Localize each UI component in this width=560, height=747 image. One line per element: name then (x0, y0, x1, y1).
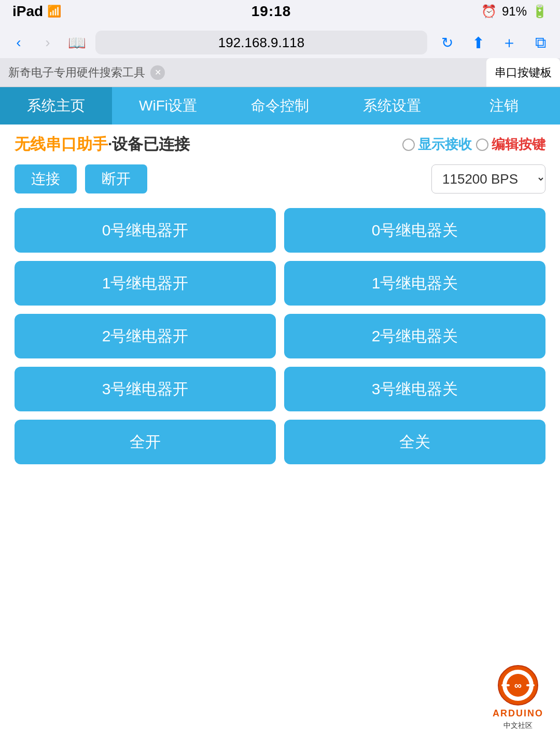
nav-home[interactable]: 系统主页 (0, 87, 112, 125)
browser-toolbar: ‹ › 📖 192.168.9.118 ↻ ⬆ ＋ ⧉ (8, 27, 552, 58)
connected-label: ·设备已连接 (108, 135, 190, 153)
relay-row-2: 2号继电器开 2号继电器关 (15, 314, 545, 358)
wifi-icon: 📶 (47, 5, 61, 18)
tab-serial-keypad[interactable]: 串口按键板 (486, 58, 560, 87)
status-options: 显示接收 编辑按键 (402, 135, 545, 154)
relay-row-0: 0号继电器开 0号继电器关 (15, 208, 545, 253)
alarm-icon: ⏰ (481, 4, 497, 19)
nav-settings[interactable]: 系统设置 (336, 87, 448, 125)
status-bar: iPad 📶 19:18 ⏰ 91% 🔋 (0, 0, 560, 23)
reload-button[interactable]: ↻ (436, 31, 458, 54)
tab-serial-keypad-label: 串口按键板 (495, 65, 552, 80)
arduino-icon-svg: ∞ (497, 665, 539, 706)
wireless-label: 无线串口助手 (15, 135, 108, 153)
nav-menu: 系统主页 WiFi设置 命令控制 系统设置 注销 (0, 87, 560, 125)
arduino-logo: ∞ ARDUINO 中文社区 (493, 665, 543, 730)
address-bar[interactable]: 192.168.9.118 (95, 31, 427, 54)
tab-hardware-search-label: 新奇电子专用硬件搜索工具 (8, 65, 145, 80)
display-receive-option[interactable]: 显示接收 (402, 135, 472, 154)
display-receive-radio[interactable] (402, 139, 415, 151)
control-row: 连接 断开 9600 BPS 19200 BPS 38400 BPS 57600… (0, 164, 560, 208)
relay-1-off[interactable]: 1号继电器关 (284, 261, 545, 306)
button-grid: 0号继电器开 0号继电器关 1号继电器开 1号继电器关 2号继电器开 2号继电器… (0, 208, 560, 485)
nav-cmd[interactable]: 命令控制 (224, 87, 336, 125)
bookmarks-button[interactable]: 📖 (66, 32, 87, 53)
edit-key-label: 编辑按键 (492, 135, 545, 154)
relay-0-off[interactable]: 0号继电器关 (284, 208, 545, 253)
relay-1-on[interactable]: 1号继电器开 (15, 261, 276, 306)
status-bar-right: ⏰ 91% 🔋 (481, 4, 548, 19)
relay-2-on[interactable]: 2号继电器开 (15, 314, 276, 358)
edit-key-option[interactable]: 编辑按键 (476, 135, 545, 154)
share-button[interactable]: ⬆ (467, 31, 489, 54)
edit-key-radio[interactable] (476, 139, 488, 151)
battery-icon: 🔋 (532, 4, 548, 19)
battery-level: 91% (502, 4, 527, 19)
nav-wifi[interactable]: WiFi设置 (112, 87, 224, 125)
arduino-sublabel: 中文社区 (503, 721, 533, 730)
relay-2-off[interactable]: 2号继电器关 (284, 314, 545, 358)
relay-row-1: 1号继电器开 1号继电器关 (15, 261, 545, 306)
relay-3-on[interactable]: 3号继电器开 (15, 367, 276, 411)
control-buttons: 连接 断开 (15, 164, 147, 193)
device-label: iPad (12, 3, 43, 20)
all-off[interactable]: 全关 (284, 420, 545, 464)
relay-0-on[interactable]: 0号继电器开 (15, 208, 276, 253)
connection-status: 无线串口助手·设备已连接 (15, 134, 190, 155)
status-row: 无线串口助手·设备已连接 显示接收 编辑按键 (0, 125, 560, 164)
connect-button[interactable]: 连接 (15, 164, 77, 193)
tab-hardware-search-close[interactable]: ✕ (150, 65, 165, 80)
display-receive-label: 显示接收 (418, 135, 472, 154)
time-display: 19:18 (251, 3, 291, 20)
tabs-button[interactable]: ⧉ (529, 31, 552, 54)
relay-row-all: 全开 全关 (15, 420, 545, 464)
relay-row-3: 3号继电器开 3号继电器关 (15, 367, 545, 411)
forward-button[interactable]: › (37, 32, 58, 53)
status-bar-left: iPad 📶 (12, 3, 61, 20)
disconnect-button[interactable]: 断开 (85, 164, 147, 193)
page-content: 系统主页 WiFi设置 命令控制 系统设置 注销 无线串口助手·设备已连接 显示… (0, 87, 560, 485)
nav-logout[interactable]: 注销 (448, 87, 560, 125)
svg-text:∞: ∞ (514, 680, 522, 691)
add-tab-button[interactable]: ＋ (498, 31, 521, 54)
back-button[interactable]: ‹ (8, 32, 29, 53)
all-on[interactable]: 全开 (15, 420, 276, 464)
relay-3-off[interactable]: 3号继电器关 (284, 367, 545, 411)
baud-rate-select[interactable]: 9600 BPS 19200 BPS 38400 BPS 57600 BPS 1… (431, 164, 545, 193)
arduino-label: ARDUINO (493, 708, 543, 719)
tabs-bar: 新奇电子专用硬件搜索工具 ✕ 串口按键板 (0, 58, 560, 87)
browser-chrome: ‹ › 📖 192.168.9.118 ↻ ⬆ ＋ ⧉ (0, 23, 560, 58)
url-text: 192.168.9.118 (218, 35, 304, 51)
tab-hardware-search[interactable]: 新奇电子专用硬件搜索工具 ✕ (0, 58, 173, 87)
